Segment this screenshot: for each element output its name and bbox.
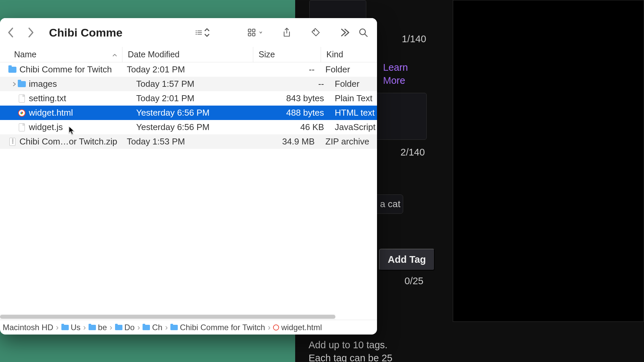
file-name: Chibi Comme for Twitch <box>19 64 121 75</box>
svg-rect-5 <box>198 34 202 35</box>
svg-rect-3 <box>198 32 202 33</box>
breadcrumb-segment[interactable]: Ch› <box>143 323 168 332</box>
file-row[interactable]: setting.txtToday 2:01 PM843 bytesPlain T… <box>0 91 377 106</box>
group-button[interactable] <box>248 25 263 40</box>
file-size: 46 KB <box>262 122 329 132</box>
chevron-right-icon: › <box>56 323 59 332</box>
svg-rect-7 <box>252 29 255 32</box>
folder-icon <box>143 325 150 330</box>
tags-button[interactable] <box>308 25 323 40</box>
svg-rect-1 <box>198 31 202 31</box>
file-kind: Folder <box>329 79 377 89</box>
breadcrumb-label: Chibi Comme for Twitch <box>180 323 265 332</box>
path-bar: Macintosh HD›Us›be›Do›Ch›Chibi Comme for… <box>0 320 377 335</box>
file-row[interactable]: widget.htmlYesterday 6:56 PM488 bytesHTM… <box>0 106 377 120</box>
file-name: widget.js <box>29 122 131 132</box>
tag-counter: 0/25 <box>405 276 423 287</box>
svg-rect-8 <box>248 33 251 36</box>
file-kind: Folder <box>320 64 377 75</box>
share-button[interactable] <box>279 25 294 40</box>
folder-icon <box>8 65 17 74</box>
sort-indicator-icon <box>112 50 117 59</box>
breadcrumb-segment[interactable]: Us› <box>61 323 87 332</box>
back-button[interactable] <box>6 27 15 38</box>
file-size: 488 bytes <box>262 108 329 118</box>
html-icon <box>17 109 26 117</box>
char-counter-2: 2/140 <box>400 147 425 158</box>
file-kind: HTML text <box>329 108 377 118</box>
window-title: Chibi Comme <box>49 26 122 39</box>
svg-point-4 <box>196 34 197 35</box>
chevron-right-icon: › <box>165 323 168 332</box>
column-size[interactable]: Size <box>253 47 321 62</box>
file-name: setting.txt <box>29 93 131 104</box>
file-date: Yesterday 6:56 PM <box>131 108 262 118</box>
file-date: Today 2:01 PM <box>131 93 262 104</box>
breadcrumb-label: Ch <box>152 323 162 332</box>
chevron-right-icon: › <box>110 323 112 332</box>
folder-icon <box>61 325 69 330</box>
breadcrumb-segment[interactable]: be› <box>89 323 113 332</box>
file-size: -- <box>262 79 329 89</box>
chevron-right-icon: › <box>83 323 86 332</box>
file-date: Yesterday 6:56 PM <box>131 122 262 132</box>
char-counter-1: 1/140 <box>402 34 426 45</box>
file-row[interactable]: Chibi Comme for TwitchToday 2:01 PM--Fol… <box>0 62 377 77</box>
file-icon <box>273 324 279 330</box>
forward-button[interactable] <box>27 27 36 38</box>
file-row[interactable]: widget.jsYesterday 6:56 PM46 KBJavaScrip… <box>0 120 377 134</box>
chevron-right-icon: › <box>137 323 140 332</box>
column-date[interactable]: Date Modified <box>122 47 253 62</box>
column-kind[interactable]: Kind <box>321 47 377 62</box>
finder-toolbar: Chibi Comme <box>0 18 377 47</box>
breadcrumb-segment[interactable]: Macintosh HD› <box>3 323 59 332</box>
file-row[interactable]: imagesToday 1:57 PM--Folder <box>0 77 377 91</box>
doc-icon <box>17 94 26 103</box>
disclosure-triangle-icon[interactable] <box>11 82 17 86</box>
tag-help-text: Add up to 10 tags. Each tag can be 25 <box>309 339 392 362</box>
file-kind: Plain Text <box>329 93 377 104</box>
svg-point-10 <box>314 30 315 32</box>
breadcrumb-label: Do <box>124 323 135 332</box>
breadcrumb-label: Macintosh HD <box>3 323 53 332</box>
more-button[interactable] <box>337 25 352 40</box>
view-list-button[interactable] <box>195 25 211 40</box>
breadcrumb-label: Us <box>71 323 80 332</box>
file-list[interactable]: Chibi Comme for TwitchToday 2:01 PM--Fol… <box>0 62 377 320</box>
file-name: widget.html <box>29 108 131 118</box>
file-date: Today 1:57 PM <box>131 79 262 89</box>
folder-icon <box>115 325 122 330</box>
scrollbar-thumb[interactable] <box>0 315 335 319</box>
file-kind: JavaScript s <box>329 122 377 132</box>
file-kind: ZIP archive <box>320 136 377 147</box>
breadcrumb-segment[interactable]: Do› <box>115 323 141 332</box>
svg-point-2 <box>196 32 197 33</box>
svg-rect-6 <box>248 29 251 32</box>
folder-icon <box>89 325 96 330</box>
search-button[interactable] <box>356 25 371 40</box>
finder-window: Chibi Comme Name <box>0 18 377 335</box>
learn-more-link[interactable]: Learn More <box>383 61 417 87</box>
file-size: -- <box>252 64 320 75</box>
svg-point-0 <box>196 30 197 31</box>
column-name[interactable]: Name <box>14 50 122 59</box>
file-size: 34.9 MB <box>252 136 320 147</box>
zip-icon <box>8 137 17 146</box>
file-date: Today 1:53 PM <box>121 136 252 147</box>
file-name: images <box>29 79 131 89</box>
add-tag-button[interactable]: Add Tag <box>379 249 435 270</box>
breadcrumb-label: widget.html <box>281 323 322 332</box>
folder-icon <box>170 325 178 330</box>
file-size: 843 bytes <box>262 93 329 104</box>
file-row[interactable]: Chibi Com…or Twitch.zipToday 1:53 PM34.9… <box>0 134 377 149</box>
folder-icon <box>17 80 26 88</box>
svg-rect-9 <box>252 33 255 36</box>
file-name: Chibi Com…or Twitch.zip <box>19 136 121 147</box>
breadcrumb-segment[interactable]: widget.html <box>273 323 322 332</box>
doc-icon <box>17 123 26 132</box>
breadcrumb-segment[interactable]: Chibi Comme for Twitch› <box>170 323 271 332</box>
column-headers: Name Date Modified Size Kind <box>0 47 377 62</box>
horizontal-scrollbar[interactable] <box>0 314 335 320</box>
chevron-right-icon: › <box>268 323 270 332</box>
preview-panel <box>453 0 644 322</box>
